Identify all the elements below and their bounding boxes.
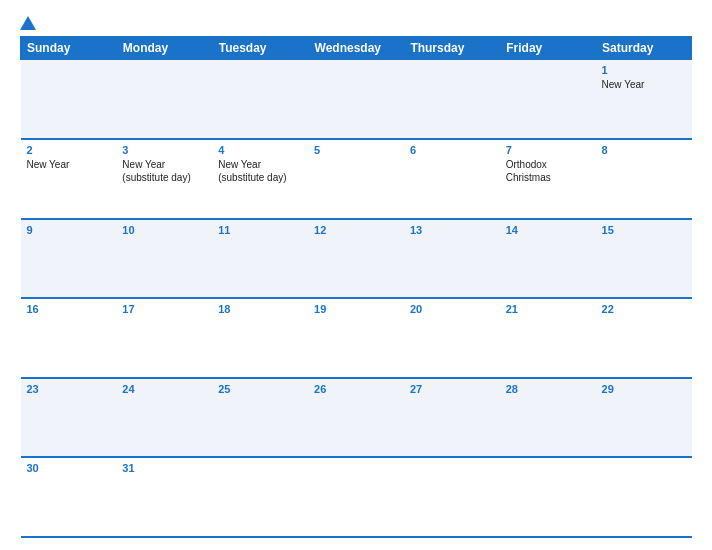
calendar-cell: 21 xyxy=(500,298,596,378)
calendar-cell xyxy=(116,60,212,140)
calendar-cell xyxy=(500,60,596,140)
week-row-3: 9101112131415 xyxy=(21,219,692,299)
day-number: 9 xyxy=(27,224,111,236)
weekday-header-monday: Monday xyxy=(116,37,212,60)
calendar-cell: 10 xyxy=(116,219,212,299)
calendar-cell xyxy=(308,457,404,537)
calendar-cell: 29 xyxy=(596,378,692,458)
week-row-4: 16171819202122 xyxy=(21,298,692,378)
calendar-cell xyxy=(212,457,308,537)
country-label xyxy=(622,16,692,24)
day-number: 7 xyxy=(506,144,590,156)
day-number: 23 xyxy=(27,383,111,395)
weekday-header-saturday: Saturday xyxy=(596,37,692,60)
calendar-cell: 18 xyxy=(212,298,308,378)
calendar-cell: 30 xyxy=(21,457,117,537)
day-number: 25 xyxy=(218,383,302,395)
calendar-cell: 11 xyxy=(212,219,308,299)
calendar-cell: 26 xyxy=(308,378,404,458)
calendar-cell xyxy=(404,60,500,140)
calendar-cell xyxy=(308,60,404,140)
day-number: 10 xyxy=(122,224,206,236)
calendar-cell: 9 xyxy=(21,219,117,299)
weekday-header-friday: Friday xyxy=(500,37,596,60)
day-number: 31 xyxy=(122,462,206,474)
page-header xyxy=(20,16,692,30)
calendar-cell xyxy=(404,457,500,537)
calendar-cell: 1New Year xyxy=(596,60,692,140)
day-number: 11 xyxy=(218,224,302,236)
day-number: 5 xyxy=(314,144,398,156)
calendar-table: SundayMondayTuesdayWednesdayThursdayFrid… xyxy=(20,36,692,538)
day-number: 3 xyxy=(122,144,206,156)
calendar-title xyxy=(40,16,622,18)
logo xyxy=(20,16,40,30)
event-label: (substitute day) xyxy=(218,171,302,184)
day-number: 20 xyxy=(410,303,494,315)
calendar-cell: 15 xyxy=(596,219,692,299)
day-number: 28 xyxy=(506,383,590,395)
week-row-6: 3031 xyxy=(21,457,692,537)
logo-triangle-icon xyxy=(20,16,36,30)
calendar-cell: 7OrthodoxChristmas xyxy=(500,139,596,219)
day-number: 8 xyxy=(602,144,686,156)
calendar-cell: 28 xyxy=(500,378,596,458)
day-number: 1 xyxy=(602,64,686,76)
day-number: 15 xyxy=(602,224,686,236)
week-row-1: 1New Year xyxy=(21,60,692,140)
calendar-cell xyxy=(500,457,596,537)
calendar-cell: 27 xyxy=(404,378,500,458)
event-label: (substitute day) xyxy=(122,171,206,184)
event-label: New Year xyxy=(218,158,302,171)
calendar-cell: 31 xyxy=(116,457,212,537)
calendar-cell: 23 xyxy=(21,378,117,458)
day-number: 17 xyxy=(122,303,206,315)
weekday-header-row: SundayMondayTuesdayWednesdayThursdayFrid… xyxy=(21,37,692,60)
day-number: 30 xyxy=(27,462,111,474)
logo-blue-row xyxy=(20,16,40,30)
day-number: 26 xyxy=(314,383,398,395)
day-number: 27 xyxy=(410,383,494,395)
weekday-header-tuesday: Tuesday xyxy=(212,37,308,60)
day-number: 13 xyxy=(410,224,494,236)
day-number: 29 xyxy=(602,383,686,395)
event-label: Orthodox xyxy=(506,158,590,171)
calendar-cell xyxy=(212,60,308,140)
calendar-cell: 6 xyxy=(404,139,500,219)
calendar-cell: 20 xyxy=(404,298,500,378)
day-number: 6 xyxy=(410,144,494,156)
day-number: 21 xyxy=(506,303,590,315)
calendar-cell: 3New Year(substitute day) xyxy=(116,139,212,219)
weekday-header-wednesday: Wednesday xyxy=(308,37,404,60)
day-number: 18 xyxy=(218,303,302,315)
day-number: 12 xyxy=(314,224,398,236)
calendar-cell: 8 xyxy=(596,139,692,219)
weekday-header-sunday: Sunday xyxy=(21,37,117,60)
day-number: 2 xyxy=(27,144,111,156)
event-label: Christmas xyxy=(506,171,590,184)
calendar-cell: 4New Year(substitute day) xyxy=(212,139,308,219)
calendar-cell xyxy=(21,60,117,140)
calendar-page: SundayMondayTuesdayWednesdayThursdayFrid… xyxy=(0,0,712,550)
calendar-header: SundayMondayTuesdayWednesdayThursdayFrid… xyxy=(21,37,692,60)
week-row-5: 23242526272829 xyxy=(21,378,692,458)
day-number: 24 xyxy=(122,383,206,395)
calendar-cell: 13 xyxy=(404,219,500,299)
day-number: 16 xyxy=(27,303,111,315)
calendar-cell: 2New Year xyxy=(21,139,117,219)
calendar-cell: 17 xyxy=(116,298,212,378)
calendar-cell: 16 xyxy=(21,298,117,378)
day-number: 22 xyxy=(602,303,686,315)
weekday-header-thursday: Thursday xyxy=(404,37,500,60)
day-number: 19 xyxy=(314,303,398,315)
calendar-cell: 25 xyxy=(212,378,308,458)
event-label: New Year xyxy=(27,158,111,171)
event-label: New Year xyxy=(602,78,686,91)
calendar-cell xyxy=(596,457,692,537)
day-number: 4 xyxy=(218,144,302,156)
event-label: New Year xyxy=(122,158,206,171)
calendar-cell: 19 xyxy=(308,298,404,378)
week-row-2: 2New Year3New Year(substitute day)4New Y… xyxy=(21,139,692,219)
day-number: 14 xyxy=(506,224,590,236)
calendar-body: 1New Year2New Year3New Year(substitute d… xyxy=(21,60,692,538)
